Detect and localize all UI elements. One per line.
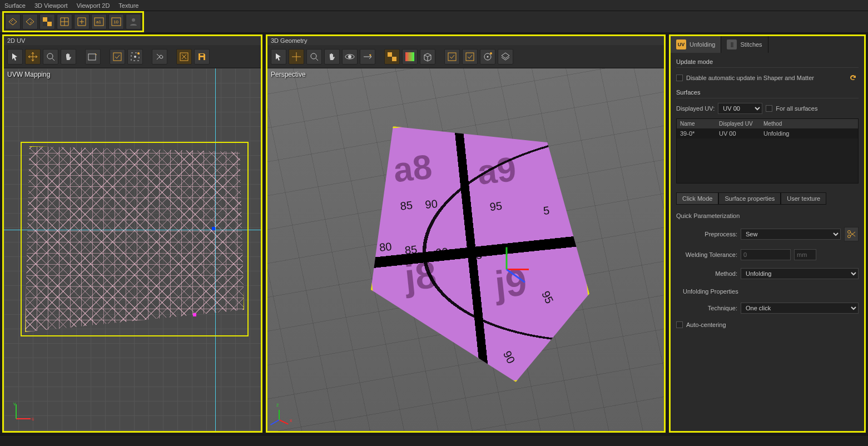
cell-method: Unfolding — [760, 128, 858, 138]
cycle-back-icon[interactable] — [5, 14, 21, 29]
tab-unfolding[interactable]: UV Unfolding — [671, 36, 721, 53]
viewport-3d-label: Perspective — [271, 71, 306, 78]
tab-stitches[interactable]: || Stitches — [721, 36, 768, 53]
menu-surface[interactable]: Surface — [4, 2, 26, 9]
svg-point-8 — [132, 18, 135, 22]
select-arrow-3d-icon[interactable] — [271, 49, 286, 65]
lbl-displayed-uv: Displayed UV: — [676, 105, 715, 112]
section-surfaces: Surfaces — [676, 88, 859, 98]
save-icon[interactable] — [194, 49, 210, 65]
check-box-icon[interactable] — [110, 49, 125, 65]
cell-disp: UV 00 — [716, 128, 760, 138]
bounding-box-icon[interactable] — [176, 49, 192, 65]
select-technique[interactable]: One click — [741, 303, 859, 314]
svg-rect-30 — [466, 53, 474, 61]
svg-text:a1: a1 — [96, 19, 101, 24]
pan-hand-icon[interactable] — [61, 49, 76, 65]
svg-point-13 — [134, 56, 136, 58]
subtab-surface-props[interactable]: Surface properties — [718, 192, 781, 205]
input-weld-tol[interactable] — [741, 249, 791, 260]
check-a-icon[interactable] — [444, 49, 460, 65]
zoom-icon[interactable] — [43, 49, 58, 65]
viewport-3d[interactable]: Perspective a8 a9 j8 j9 85 90 95 5 80 85… — [267, 68, 664, 431]
svg-point-34 — [848, 231, 851, 234]
svg-point-9 — [47, 53, 53, 59]
picture-magic-icon[interactable] — [85, 49, 101, 65]
table-row[interactable]: 39-0* UV 00 Unfolding — [677, 128, 858, 138]
cycle-fwd-icon[interactable] — [22, 14, 38, 29]
svg-point-33 — [490, 52, 492, 54]
menu-3d-viewport[interactable]: 3D Viewport — [34, 2, 68, 9]
checker-icon[interactable] — [39, 14, 55, 29]
surface-texture: a8 a9 j8 j9 85 90 95 5 80 85 90 95 95 90 — [354, 108, 598, 396]
subtab-click-mode[interactable]: Click Mode — [676, 192, 718, 205]
focus-target-icon[interactable] — [127, 49, 143, 65]
unfolding-tab-icon: UV — [676, 39, 686, 49]
chk-for-all[interactable] — [766, 105, 772, 112]
lbl-weld-tol: Welding Tolerance: — [676, 251, 737, 258]
menu-viewport-2d[interactable]: Viewport 2D — [77, 2, 110, 9]
right-body: Update mode Disable automatic update in … — [671, 53, 864, 431]
diamond-stack-icon[interactable] — [498, 49, 513, 65]
section-update-mode: Update mode — [676, 57, 859, 68]
panel-3d-title: 3D Geometry — [267, 36, 664, 45]
chk-auto-center[interactable] — [676, 321, 683, 328]
fly-icon[interactable] — [360, 49, 375, 65]
lbl-for-all: For all surfaces — [776, 105, 817, 112]
uv-shell-mesh[interactable] — [25, 146, 244, 332]
cell-name: 39-0* — [677, 128, 716, 138]
subtab-user-texture[interactable]: User texture — [781, 192, 826, 205]
tools-icon[interactable] — [152, 49, 167, 65]
grid-icon[interactable] — [57, 14, 72, 29]
panel-properties: UV Unfolding || Stitches Update mode Dis… — [669, 34, 866, 433]
chk-disable-auto[interactable] — [676, 75, 683, 81]
menubar: Surface 3D Viewport Viewport 2D Texture — [0, 0, 868, 11]
surface-3d-object[interactable]: a8 a9 j8 j9 85 90 95 5 80 85 90 95 95 90 — [354, 108, 598, 396]
panel-2d-uv: 2D UV UVW Mapping — [2, 34, 262, 433]
tex-j9: j9 — [493, 260, 529, 306]
select-preprocess[interactable]: Sew — [741, 229, 841, 240]
svg-rect-1 — [47, 22, 52, 26]
pan-3d-icon[interactable] — [324, 49, 340, 65]
svg-rect-2 — [47, 17, 52, 22]
shading-gradient-icon[interactable] — [402, 49, 418, 65]
uv-pivot-point[interactable] — [212, 227, 215, 230]
zoom-3d-icon[interactable] — [306, 49, 322, 65]
label-10-icon[interactable]: 10 — [108, 14, 124, 29]
orbit-icon[interactable] — [342, 49, 358, 65]
lbl-auto-center: Auto-centering — [686, 321, 726, 328]
lbl-disable-auto: Disable automatic update in Shaper and M… — [686, 75, 814, 81]
label-a1-icon[interactable]: a1 — [91, 14, 107, 29]
surfaces-table: Name Displayed UV Method 39-0* UV 00 Unf… — [676, 118, 859, 184]
uv-selected-point[interactable] — [193, 313, 196, 316]
grid-plus-icon[interactable] — [74, 14, 90, 29]
select-method[interactable]: Unfolding — [741, 268, 859, 279]
refresh-icon[interactable] — [847, 72, 859, 83]
move-3d-icon[interactable] — [289, 49, 304, 65]
user-icon[interactable] — [126, 14, 141, 29]
viewport-2d[interactable]: UVW Mapping u v — [4, 68, 261, 431]
statusbar — [0, 435, 868, 446]
select-displayed-uv[interactable]: UV 00 — [718, 103, 762, 114]
hdr-method: Method — [760, 119, 858, 128]
checker-3d-icon[interactable] — [384, 49, 400, 65]
target-power-icon[interactable] — [480, 49, 495, 65]
svg-point-25 — [370, 54, 371, 56]
check-b-icon[interactable] — [462, 49, 478, 65]
toolbar-2d — [4, 45, 261, 68]
scissors-icon[interactable] — [844, 227, 859, 241]
svg-rect-3 — [43, 22, 47, 26]
right-tabs: UV Unfolding || Stitches — [671, 36, 864, 53]
top-toolbar-highlight: a1 10 — [2, 11, 144, 32]
uv-axis-gizmo: u v — [12, 401, 34, 423]
wireframe-cube-icon[interactable] — [420, 49, 435, 65]
svg-rect-17 — [200, 54, 204, 56]
toolbar-3d — [267, 45, 664, 68]
move-icon[interactable] — [25, 49, 41, 65]
svg-point-32 — [487, 56, 489, 57]
select-arrow-icon[interactable] — [7, 49, 23, 65]
svg-rect-11 — [113, 53, 121, 61]
svg-point-35 — [848, 235, 851, 238]
tab-unfolding-label: Unfolding — [690, 41, 715, 48]
menu-texture[interactable]: Texture — [118, 2, 138, 9]
